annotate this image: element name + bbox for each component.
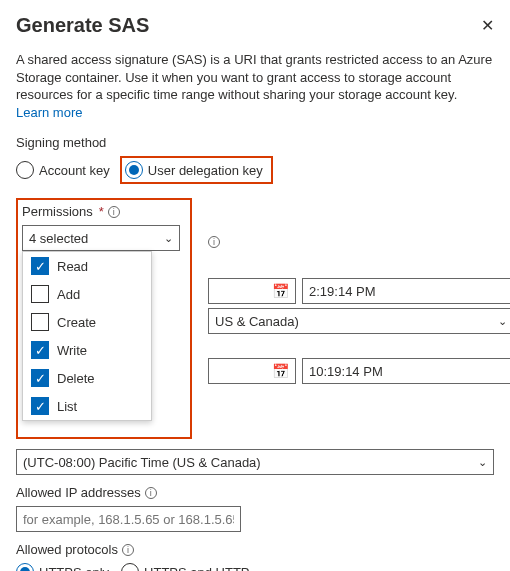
calendar-icon: 📅 [272,363,289,379]
radio-label: User delegation key [148,163,263,178]
perm-label: Create [57,315,96,330]
info-icon[interactable]: i [208,236,220,248]
perm-option-read[interactable]: ✓Read [23,252,151,280]
chevron-down-icon: ⌄ [498,315,507,328]
expiry-timezone-select[interactable]: (UTC-08:00) Pacific Time (US & Canada) ⌄ [16,449,494,475]
start-time-input[interactable]: 2:19:14 PM [302,278,510,304]
permissions-label-text: Permissions [22,204,93,219]
perm-option-add[interactable]: Add [23,280,151,308]
description-body: A shared access signature (SAS) is a URI… [16,52,492,102]
perm-label: Write [57,343,87,358]
learn-more-link[interactable]: Learn more [16,105,82,120]
perm-label: Add [57,287,80,302]
permissions-label: Permissions * i [22,204,184,219]
chevron-down-icon: ⌄ [164,232,173,245]
start-time-value: 2:19:14 PM [309,284,376,299]
protocol-https-only[interactable]: HTTPS only [16,563,109,571]
start-timezone-select[interactable]: US & Canada) ⌄ [208,308,510,334]
signing-method-label: Signing method [16,135,494,150]
expiry-tz-value: (UTC-08:00) Pacific Time (US & Canada) [23,455,261,470]
expiry-time-value: 10:19:14 PM [309,364,383,379]
info-icon[interactable]: i [122,544,134,556]
info-icon[interactable]: i [108,206,120,218]
signing-method-user-delegation[interactable]: User delegation key [120,156,273,184]
allowed-ip-input[interactable] [16,506,241,532]
allowed-ip-label: Allowed IP addresses i [16,485,494,500]
permissions-dropdown[interactable]: ✓Read Add Create ✓Write ✓Delete ✓List [22,251,152,421]
info-icon[interactable]: i [145,487,157,499]
permissions-summary: 4 selected [29,231,88,246]
permissions-select[interactable]: 4 selected ⌄ [22,225,180,251]
perm-option-write[interactable]: ✓Write [23,336,151,364]
allowed-ip-label-text: Allowed IP addresses [16,485,141,500]
calendar-icon: 📅 [272,283,289,299]
chevron-down-icon: ⌄ [478,456,487,469]
page-title: Generate SAS [16,14,149,37]
start-tz-value: US & Canada) [215,314,299,329]
perm-label: Read [57,259,88,274]
radio-label: HTTPS only [39,565,109,571]
close-icon[interactable]: ✕ [481,16,494,35]
allowed-protocols-label: Allowed protocols i [16,542,494,557]
perm-option-delete[interactable]: ✓Delete [23,364,151,392]
radio-label: HTTPS and HTTP [144,565,249,571]
allowed-protocols-label-text: Allowed protocols [16,542,118,557]
start-date-input[interactable]: 📅 [208,278,296,304]
description-text: A shared access signature (SAS) is a URI… [16,51,494,121]
required-asterisk: * [99,204,104,219]
radio-label: Account key [39,163,110,178]
expiry-time-input[interactable]: 10:19:14 PM [302,358,510,384]
expiry-date-input[interactable]: 📅 [208,358,296,384]
perm-label: List [57,399,77,414]
perm-option-create[interactable]: Create [23,308,151,336]
perm-option-list[interactable]: ✓List [23,392,151,420]
signing-method-account-key[interactable]: Account key [16,161,110,179]
permissions-highlight-box: Permissions * i 4 selected ⌄ ✓Read Add C… [16,198,192,439]
perm-label: Delete [57,371,95,386]
protocol-https-http[interactable]: HTTPS and HTTP [121,563,249,571]
